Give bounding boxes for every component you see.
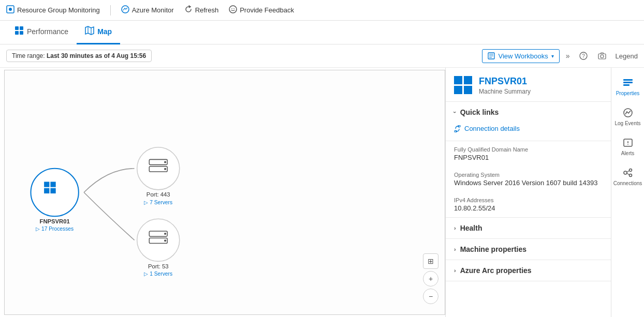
health-label: Health (460, 224, 482, 232)
zoom-in-button[interactable]: + (423, 271, 438, 286)
svg-rect-41 (623, 84, 630, 86)
properties-icon (622, 77, 634, 88)
tab-performance[interactable]: Performance (6, 21, 77, 44)
svg-rect-36 (464, 86, 472, 94)
main-content: Time range: Last 30 minutes as of 4 Aug … (0, 44, 644, 317)
svg-point-5 (233, 8, 235, 9)
quick-links-header[interactable]: › Quick links (446, 102, 611, 123)
svg-point-4 (231, 8, 232, 9)
svg-point-24 (164, 168, 166, 170)
properties-icon-label: Properties (616, 90, 640, 97)
svg-point-27 (164, 233, 166, 235)
map-canvas[interactable]: Port: 443 ▷ 7 Servers Port: 53 ▷ 1 Serve… (4, 70, 445, 315)
map-toolbar: Time range: Last 30 minutes as of 4 Aug … (0, 44, 644, 68)
svg-rect-34 (464, 76, 472, 84)
fullscreen-button[interactable]: ⊞ (423, 253, 438, 269)
svg-line-50 (627, 173, 630, 175)
port-53-node[interactable] (137, 219, 180, 261)
quick-links-chevron-icon: › (452, 111, 458, 113)
quick-links-list: Connection details (446, 123, 611, 141)
svg-text:?: ? (582, 53, 585, 59)
connections-icon (622, 167, 634, 178)
map-tab-icon (85, 26, 94, 37)
ipv4-group: IPv4 Addresses 10.80.2.55/24 (446, 192, 611, 217)
side-icons-panel: Properties Log Events Alerts (611, 68, 644, 317)
azure-arc-chevron-icon: › (454, 267, 456, 274)
toolbar-right: View Workbooks ▾ » ? Legend (482, 49, 638, 63)
nav-provide-feedback[interactable]: Provide Feedback (229, 5, 294, 15)
svg-point-46 (624, 171, 627, 174)
connections-icon-label: Connections (613, 180, 642, 187)
time-range-badge[interactable]: Time range: Last 30 minutes as of 4 Aug … (6, 50, 152, 62)
port-53-label: Port: 53 (148, 263, 168, 269)
side-icon-properties[interactable]: Properties (611, 72, 644, 102)
machine-info: FNPSVR01 Machine Summary (479, 76, 531, 95)
svg-point-48 (629, 174, 632, 177)
port-53-sublabel[interactable]: ▷ 1 Servers (144, 271, 172, 277)
fqdn-value: FNPSVR01 (454, 154, 603, 161)
svg-rect-29 (44, 182, 49, 187)
refresh-icon (184, 5, 193, 15)
view-workbooks-button[interactable]: View Workbooks ▾ (482, 49, 559, 63)
nav-azure-monitor-label: Azure Monitor (132, 6, 174, 14)
nav-refresh-label: Refresh (195, 6, 219, 14)
svg-rect-40 (623, 82, 633, 83)
performance-tab-icon (14, 26, 24, 37)
main-server-sublabel[interactable]: ▷ 17 Processes (36, 226, 74, 232)
right-panel: FNPSVR01 Machine Summary › Quick links C… (445, 68, 611, 317)
side-icon-log-events[interactable]: Log Events (611, 102, 644, 132)
log-events-icon-label: Log Events (614, 120, 640, 127)
svg-rect-33 (454, 76, 462, 84)
machine-props-chevron-icon: › (454, 246, 456, 252)
fqdn-group: Fully Qualified Domain Name FNPSVR01 (446, 141, 611, 167)
fqdn-label: Fully Qualified Domain Name (454, 146, 603, 153)
resource-group-icon (6, 5, 14, 15)
nav-azure-monitor[interactable]: Azure Monitor (121, 5, 174, 15)
tab-map[interactable]: Map (77, 21, 120, 44)
svg-line-49 (627, 171, 630, 172)
nav-refresh[interactable]: Refresh (184, 5, 219, 15)
connection-details-link[interactable]: Connection details (454, 123, 603, 134)
toolbar-icons: ? (576, 49, 609, 63)
svg-point-23 (164, 161, 166, 163)
os-value: Windows Server 2016 Version 1607 build 1… (454, 179, 603, 187)
azure-arc-section: › Azure Arc properties (446, 260, 611, 281)
svg-rect-35 (454, 86, 462, 94)
time-range-prefix: Time range: (12, 52, 47, 59)
nav-provide-feedback-label: Provide Feedback (240, 6, 294, 14)
svg-point-28 (164, 239, 166, 241)
legend-button[interactable]: Legend (616, 52, 638, 60)
svg-rect-30 (50, 182, 55, 187)
svg-point-45 (627, 144, 628, 145)
legend-label: Legend (616, 52, 638, 60)
health-chevron-icon: › (454, 225, 456, 231)
zoom-out-button[interactable]: − (423, 289, 438, 304)
svg-point-47 (629, 169, 632, 172)
properties-section: Fully Qualified Domain Name FNPSVR01 Ope… (446, 141, 611, 218)
alerts-icon (622, 137, 634, 148)
svg-point-2 (122, 6, 129, 13)
expand-icon[interactable]: » (566, 52, 570, 60)
workbooks-icon (488, 52, 495, 59)
svg-point-3 (229, 6, 237, 13)
side-icon-alerts[interactable]: Alerts (611, 132, 644, 162)
camera-icon-button[interactable] (595, 49, 609, 63)
help-icon-button[interactable]: ? (576, 49, 591, 63)
port-443-label: Port: 443 (147, 191, 170, 198)
quick-links-label: Quick links (460, 108, 499, 116)
azure-monitor-icon (121, 5, 129, 15)
port-443-node[interactable] (137, 147, 180, 190)
nav-resource-group-monitoring[interactable]: Resource Group Monitoring (6, 5, 100, 15)
line-to-53 (84, 192, 134, 240)
side-icon-connections[interactable]: Connections (611, 162, 644, 192)
machine-name: FNPSVR01 (479, 76, 531, 87)
workbooks-chevron-icon: ▾ (551, 53, 554, 59)
svg-rect-7 (20, 26, 23, 30)
svg-rect-9 (20, 31, 23, 35)
windows-logo-panel (454, 76, 473, 95)
health-header[interactable]: › Health (446, 218, 611, 238)
azure-arc-header[interactable]: › Azure Arc properties (446, 260, 611, 281)
machine-properties-header[interactable]: › Machine properties (446, 239, 611, 260)
tab-map-label: Map (97, 27, 112, 36)
port-443-sublabel[interactable]: ▷ 7 Servers (144, 200, 172, 205)
